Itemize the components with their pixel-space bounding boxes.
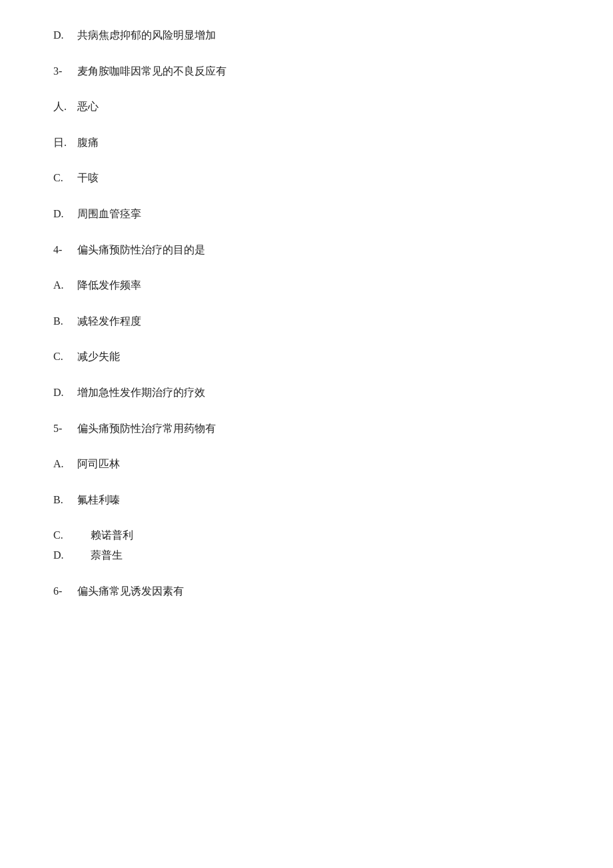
q5-options-cd: C. 赖诺普利 D. 萘普生 <box>53 527 560 563</box>
q3-option-a: 人. 恶心 <box>53 98 560 115</box>
q5-option-b: B. 氟桂利嗪 <box>53 491 560 509</box>
q3-c-label: C. <box>53 169 72 187</box>
q5-b-text: 氟桂利嗪 <box>77 491 120 509</box>
q3-a-label: 人. <box>53 98 72 115</box>
q5-text: 偏头痛预防性治疗常用药物有 <box>77 420 216 437</box>
q4-c-label: C. <box>53 348 72 365</box>
q5-a-label: A. <box>53 455 72 473</box>
q5-option-d: D. 萘普生 <box>53 547 560 564</box>
q5-c-label: C. <box>53 527 85 544</box>
q4-c-text: 减少失能 <box>77 348 120 365</box>
q4-a-label: A. <box>53 277 72 294</box>
q3-d-text: 周围血管痉挛 <box>77 205 141 223</box>
q4-option-d: D. 增加急性发作期治疗的疗效 <box>53 384 560 401</box>
q2-d-label: D. <box>53 27 72 44</box>
q5-option-c: C. 赖诺普利 <box>53 527 560 544</box>
q2-d-text: 共病焦虑抑郁的风险明显增加 <box>77 27 216 44</box>
question-6: 6- 偏头痛常见诱发因素有 <box>53 583 560 600</box>
q3-option-c: C. 干咳 <box>53 169 560 187</box>
q3-text: 麦角胺咖啡因常见的不良反应有 <box>77 63 227 80</box>
q6-text: 偏头痛常见诱发因素有 <box>77 583 184 600</box>
q4-option-a: A. 降低发作频率 <box>53 277 560 294</box>
q3-c-text: 干咳 <box>77 169 99 187</box>
q3-option-d: D. 周围血管痉挛 <box>53 205 560 223</box>
q3-num: 3- <box>53 63 72 80</box>
q6-num: 6- <box>53 583 72 600</box>
q5-d-label: D. <box>53 547 85 564</box>
q4-option-c: C. 减少失能 <box>53 348 560 365</box>
q4-d-label: D. <box>53 384 72 401</box>
q3-b-text: 腹痛 <box>77 134 99 151</box>
q4-option-b: B. 减轻发作程度 <box>53 313 560 330</box>
q5-d-text: 萘普生 <box>91 547 123 564</box>
q4-a-text: 降低发作频率 <box>77 277 141 294</box>
q5-c-text: 赖诺普利 <box>91 527 133 544</box>
q3-option-b: 日. 腹痛 <box>53 134 560 151</box>
q3-a-text: 恶心 <box>77 98 99 115</box>
question-5: 5- 偏头痛预防性治疗常用药物有 <box>53 420 560 437</box>
q4-num: 4- <box>53 241 72 259</box>
q5-option-a: A. 阿司匹林 <box>53 455 560 473</box>
q4-text: 偏头痛预防性治疗的目的是 <box>77 241 205 259</box>
q5-num: 5- <box>53 420 72 437</box>
question-4: 4- 偏头痛预防性治疗的目的是 <box>53 241 560 259</box>
q4-d-text: 增加急性发作期治疗的疗效 <box>77 384 205 401</box>
q3-b-label: 日. <box>53 134 72 151</box>
q3-d-label: D. <box>53 205 72 223</box>
q5-a-text: 阿司匹林 <box>77 455 120 473</box>
q4-b-label: B. <box>53 313 72 330</box>
q4-b-text: 减轻发作程度 <box>77 313 141 330</box>
q5-b-label: B. <box>53 491 72 509</box>
question-3: 3- 麦角胺咖啡因常见的不良反应有 <box>53 63 560 80</box>
q2-option-d: D. 共病焦虑抑郁的风险明显增加 <box>53 27 560 44</box>
